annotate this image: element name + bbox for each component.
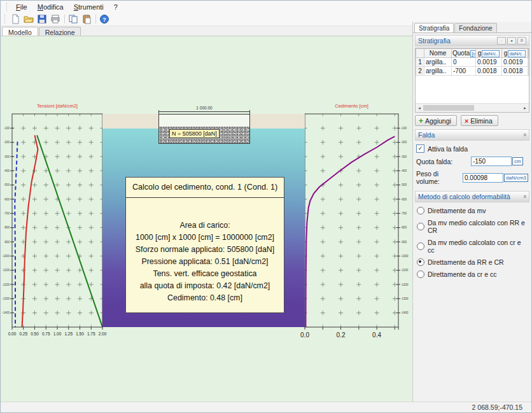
svg-text:-800: -800 — [401, 226, 407, 229]
open-file-button[interactable] — [22, 13, 36, 25]
svg-text:-1400: -1400 — [2, 311, 10, 314]
radio-da-mv-medio-rr-cr[interactable]: Da mv medio calcolato con RR e CR — [417, 219, 528, 234]
print-button[interactable] — [49, 13, 62, 25]
svg-text:-600: -600 — [4, 198, 10, 201]
result-line: Sforzo normale applicato: 505800 [daN] — [126, 244, 284, 256]
table-cell[interactable]: 5.00 — [528, 58, 529, 67]
table-cell[interactable]: 1.00 — [528, 67, 529, 76]
menu-modifica[interactable]: Modifica — [32, 2, 69, 12]
scroll-right-icon[interactable]: ► — [521, 106, 529, 110]
radio-label: Direttamente da RR e CR — [428, 258, 504, 266]
column-header[interactable] — [416, 49, 424, 58]
stratigrafia-table-area: NomeQuota[cm]gdaN/c..gdaN/c..OCR1argilla… — [415, 48, 529, 113]
table-cell[interactable]: argilla.. — [424, 58, 452, 67]
radio-label: Direttamente da cr e cc — [428, 270, 497, 278]
cursor-coordinates: 2 068.59;-470.15 — [472, 403, 522, 411]
peso-volume-input[interactable] — [463, 173, 503, 183]
column-header[interactable]: Quota[cm] — [452, 49, 476, 58]
svg-text:1.75: 1.75 — [87, 332, 95, 336]
grid-option-button-2[interactable]: ● — [507, 37, 516, 45]
attiva-falda-label: Attiva la falda — [428, 145, 468, 153]
scroll-left-icon[interactable]: ◄ — [416, 106, 423, 110]
radio-label: Da mv medio calcolato con RR e CR — [428, 219, 528, 234]
menu-help[interactable]: ? — [109, 2, 123, 12]
copy-button[interactable] — [67, 13, 80, 25]
peso-volume-unit: daN/cm3 — [504, 174, 528, 182]
svg-text:-1100: -1100 — [401, 269, 409, 272]
dash-icon: - — [501, 39, 502, 43]
svg-text:0.25: 0.25 — [19, 332, 27, 336]
paste-button[interactable] — [80, 13, 94, 25]
column-header[interactable]: gdaN/c.. — [476, 49, 502, 58]
table-cell[interactable]: argilla.. — [424, 67, 452, 76]
quota-falda-label: Quota falda: — [416, 158, 471, 165]
elimina-button[interactable]: × Elimina — [461, 115, 498, 126]
svg-text:0.4: 0.4 — [372, 332, 381, 339]
open-folder-icon — [24, 14, 34, 24]
new-document-button[interactable] — [9, 13, 22, 25]
svg-text:-1200: -1200 — [2, 283, 10, 286]
foundation-width-dimension: 1 000.00 — [158, 106, 250, 110]
radio-direttamente-da-cr-cc[interactable]: Direttamente da cr e cc — [417, 270, 528, 278]
collapse-metodo-icon[interactable]: « — [521, 195, 528, 198]
falda-section-header[interactable]: Falda « — [415, 129, 529, 141]
scrollbar-thumb[interactable] — [423, 105, 474, 111]
radio-direttamente-da-rr-cr[interactable]: Direttamente da RR e CR — [417, 258, 528, 266]
column-header[interactable]: Nome — [424, 49, 452, 58]
toolbar-grip — [4, 15, 7, 24]
table-cell[interactable]: 0.0018 — [502, 67, 528, 76]
tab-fondazione[interactable]: Fondazione — [454, 23, 496, 32]
menu-strumenti[interactable]: Strumenti — [69, 2, 109, 12]
table-cell[interactable]: 0.0018 — [476, 67, 502, 76]
collapse-falda-icon[interactable]: « — [521, 133, 528, 136]
table-cell[interactable]: 0 — [452, 58, 476, 67]
table-cell[interactable]: 0.0019 — [476, 58, 502, 67]
help-icon: ? — [99, 14, 109, 24]
side-panel: Stratigrafia Fondazione Stratigrafia - ●… — [412, 22, 531, 402]
svg-text:-800: -800 — [4, 226, 10, 229]
quota-falda-input[interactable] — [471, 157, 512, 166]
svg-text:-300: -300 — [4, 155, 10, 158]
table-row: 1argilla..00.00190.00195.00 — [416, 58, 529, 67]
radio-da-mv-medio-cr-cc[interactable]: Da mv medio calcolato con cr e cc — [417, 239, 528, 254]
table-row: 2argilla..-7000.00180.00181.00 — [416, 67, 529, 76]
table-cell[interactable]: 1 — [416, 58, 424, 67]
help-button[interactable]: ? — [98, 13, 111, 25]
tab-stratigrafia[interactable]: Stratigrafia — [414, 23, 454, 32]
column-header[interactable]: OCR — [528, 49, 529, 58]
save-button[interactable] — [36, 13, 49, 25]
plus-icon: + — [419, 116, 423, 125]
table-horizontal-scrollbar[interactable]: ◄ ► — [416, 103, 529, 112]
radio-direttamente-da-mv[interactable]: Direttamente da mv — [417, 207, 528, 214]
attiva-falda-checkbox[interactable]: ✓ — [416, 144, 424, 153]
result-line: Area di carico: — [126, 220, 284, 232]
svg-text:0.0: 0.0 — [300, 332, 309, 339]
svg-text:-1300: -1300 — [2, 297, 10, 300]
stratigrafia-section-header[interactable]: Stratigrafia - ● « — [415, 35, 529, 46]
svg-text:-100: -100 — [401, 127, 407, 130]
svg-text:-400: -400 — [4, 169, 10, 172]
collapse-stratigrafia-button[interactable]: « — [517, 37, 526, 45]
tensioni-chart: -100-200-300-400-500-600-700-800-900-100… — [1, 109, 113, 339]
aggiungi-button[interactable]: + Aggiungi — [415, 115, 457, 126]
toolbar-grip — [6, 3, 9, 11]
table-cell[interactable]: 0.0019 — [502, 58, 528, 67]
svg-text:2.00: 2.00 — [99, 332, 107, 336]
check-icon: ✓ — [418, 145, 423, 151]
svg-text:-400: -400 — [401, 169, 407, 172]
svg-text:-900: -900 — [4, 241, 10, 244]
peso-volume-label: Peso di volume: — [416, 170, 463, 185]
svg-text:1.00: 1.00 — [53, 332, 62, 336]
quota-falda-row: Quota falda: cm — [416, 157, 528, 166]
table-cell[interactable]: 2 — [416, 67, 424, 76]
svg-text:0.50: 0.50 — [31, 332, 39, 336]
table-cell[interactable]: -700 — [452, 67, 476, 76]
grid-option-button[interactable]: - — [497, 37, 506, 45]
metodo-options-list: Direttamente da mv Da mv medio calcolato… — [415, 207, 529, 278]
menu-file[interactable]: File — [11, 2, 32, 12]
svg-text:-200: -200 — [401, 141, 407, 144]
metodo-section-header[interactable]: Metodo di calcolo deformabilità « — [415, 191, 529, 202]
column-header[interactable]: gdaN/c.. — [502, 49, 528, 58]
svg-text:-600: -600 — [401, 198, 407, 201]
new-document-icon — [10, 14, 20, 24]
